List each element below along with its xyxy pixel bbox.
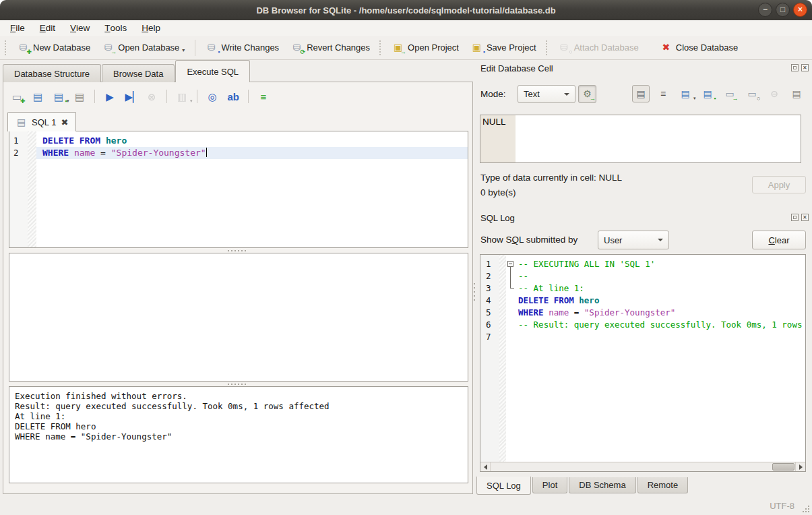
edit-cell-toolbar: ▤≡▤▾▤▪▭→▭○⊖▤: [632, 85, 805, 102]
save-project-label: Save Project: [487, 42, 536, 53]
float-dock-icon[interactable]: [791, 64, 799, 71]
open-new-tab-button[interactable]: ▭✚: [9, 90, 24, 103]
maximize-button[interactable]: □: [776, 3, 790, 17]
close-tab-icon[interactable]: ✖: [61, 117, 68, 127]
db-new-icon: ⛁✚: [18, 42, 29, 53]
open-file-icon: ▤: [32, 91, 44, 102]
write-changes-button[interactable]: ⛁▪Write Changes: [199, 39, 285, 56]
word-wrap-button[interactable]: ≡: [654, 85, 672, 102]
export-data-button[interactable]: ▤▪: [699, 85, 716, 102]
dock-tab-bar: SQL LogPlotDB SchemaRemote: [476, 477, 689, 495]
format-icon: ≡: [258, 91, 270, 102]
menu-edit[interactable]: Edit: [32, 20, 63, 36]
tab-browse-data[interactable]: Browse Data: [102, 64, 175, 82]
tab-database-structure[interactable]: Database Structure: [3, 64, 101, 82]
text-mode-button[interactable]: ▤: [632, 85, 650, 102]
encoding-indicator: UTF-8: [770, 501, 794, 511]
execute-all-button[interactable]: ▶: [102, 90, 117, 103]
revert-changes-button[interactable]: ⛁⟳Revert Changes: [285, 39, 376, 56]
save-project-button[interactable]: ▣▪Save Project: [465, 39, 542, 56]
tab-execute-sql[interactable]: Execute SQL: [175, 60, 250, 82]
sql-file-tab-bar: ▤SQL 1✖: [7, 112, 76, 131]
log-line: 6-- Result: query executed successfully.…: [518, 319, 805, 331]
proj-save-icon: ▣▪: [471, 42, 482, 53]
close-dock-icon[interactable]: [801, 214, 809, 221]
code-line[interactable]: 2WHERE name = "Spider-Youngster": [36, 147, 468, 159]
line-number: 4: [486, 295, 505, 307]
window-title: DB Browser for SQLite - /home/user/code/…: [256, 5, 555, 16]
log-horizontal-scrollbar[interactable]: [480, 462, 805, 471]
scrollbar-thumb[interactable]: [772, 463, 794, 471]
float-dock-icon[interactable]: [791, 214, 799, 221]
auto-apply-button[interactable]: ⚙→: [578, 85, 596, 103]
sql-editor-toolbar: ▭✚▤▤▪▾▤▶▶▏⊗▥▾◎ab≡: [9, 90, 271, 103]
print-icon: ▤: [791, 88, 803, 100]
scroll-right-icon[interactable]: [795, 462, 805, 471]
sql-doc-icon: ▤: [15, 117, 27, 128]
new-database-button[interactable]: ⛁✚New Database: [11, 39, 96, 56]
toolbar-separator: [195, 40, 195, 56]
save-sql-file-button[interactable]: ▤▪▾: [51, 90, 66, 103]
titlebar[interactable]: DB Browser for SQLite - /home/user/code/…: [0, 0, 812, 20]
scroll-left-icon[interactable]: [480, 462, 491, 471]
auto-format-button[interactable]: ≡: [256, 90, 271, 103]
db-revert-icon: ⛁⟳: [291, 42, 303, 53]
line-number: 2: [486, 270, 505, 282]
mode-select[interactable]: Text: [518, 85, 575, 103]
menu-tools[interactable]: Tools: [97, 20, 134, 36]
splitter-handle-dots: [474, 283, 475, 301]
stop-execution-button[interactable]: ⊗: [144, 90, 159, 103]
find-button[interactable]: ◎: [205, 90, 220, 103]
dock-tab-db-schema[interactable]: DB Schema: [569, 477, 635, 493]
log-line: 5WHERE name = "Spider-Youngster": [518, 307, 805, 319]
close-database-button[interactable]: ✖Close Database: [654, 39, 745, 56]
copy-link-button[interactable]: ▭○: [743, 85, 761, 102]
cell-editor[interactable]: NULL: [480, 115, 801, 163]
minimize-button[interactable]: −: [758, 3, 772, 17]
resize-grip[interactable]: [801, 504, 809, 512]
save-file-icon: ▤▪▾: [53, 91, 65, 102]
stop-icon: ⊗: [146, 91, 158, 102]
results-status-splitter[interactable]: [3, 382, 472, 386]
edit-cell-title: Edit Database Cell: [480, 63, 553, 73]
open-in-external-button[interactable]: ▭→: [721, 85, 739, 102]
log-filter-select[interactable]: User: [598, 231, 669, 249]
open-project-button[interactable]: ▣→Open Project: [386, 39, 465, 56]
import-data-button[interactable]: ▤▾: [677, 85, 694, 102]
open-sql-file-button[interactable]: ▤: [30, 90, 45, 103]
sql-log-title: SQL Log: [480, 213, 515, 223]
sql-log-view[interactable]: 1-- EXECUTING ALL IN 'SQL 1'2--3-- At li…: [480, 254, 806, 472]
print-button[interactable]: ▤: [72, 90, 87, 103]
export-results-button[interactable]: ▥▾: [175, 90, 189, 103]
close-button[interactable]: ×: [793, 3, 807, 17]
dock-tab-remote[interactable]: Remote: [637, 477, 689, 493]
find-and-replace-button[interactable]: ab: [226, 90, 241, 103]
line-number: 7: [486, 331, 505, 343]
sql-file-tab[interactable]: ▤SQL 1✖: [7, 112, 76, 131]
fold-collapse-icon[interactable]: [507, 261, 513, 267]
menu-file[interactable]: File: [3, 20, 32, 36]
menu-help[interactable]: Help: [134, 20, 168, 36]
sql-log-dock-header: SQL Log: [476, 212, 812, 225]
log-line: 4DELETE FROM hero: [518, 295, 805, 307]
print-cell-button[interactable]: ▤: [788, 85, 805, 102]
apply-button[interactable]: Apply: [752, 176, 806, 193]
sql-log-filter-label: Show SQL submitted by: [480, 231, 577, 249]
log-line: 1-- EXECUTING ALL IN 'SQL 1': [518, 258, 805, 270]
clear-log-button[interactable]: Clear: [752, 231, 806, 249]
splitter-handle-dots: [228, 384, 248, 385]
attach-database-button[interactable]: ⛁○Attach Database: [553, 39, 645, 56]
dock-tab-plot[interactable]: Plot: [532, 477, 567, 493]
dock-tab-sql-log[interactable]: SQL Log: [476, 477, 531, 495]
menu-view[interactable]: View: [63, 20, 97, 36]
close-dock-icon[interactable]: [801, 64, 809, 71]
db-attach-icon: ⛁○: [559, 42, 570, 53]
editor-results-splitter[interactable]: [3, 248, 472, 253]
execute-current-line-button[interactable]: ▶▏: [123, 90, 138, 103]
set-null-button[interactable]: ⊖: [766, 85, 783, 102]
log-line: 2--: [518, 270, 805, 282]
code-line[interactable]: 1DELETE FROM hero: [36, 135, 468, 147]
results-pane: [9, 253, 468, 382]
sql-editor[interactable]: 1DELETE FROM hero2WHERE name = "Spider-Y…: [9, 131, 468, 248]
open-database-button[interactable]: ⛁→Open Database▾: [96, 39, 191, 56]
